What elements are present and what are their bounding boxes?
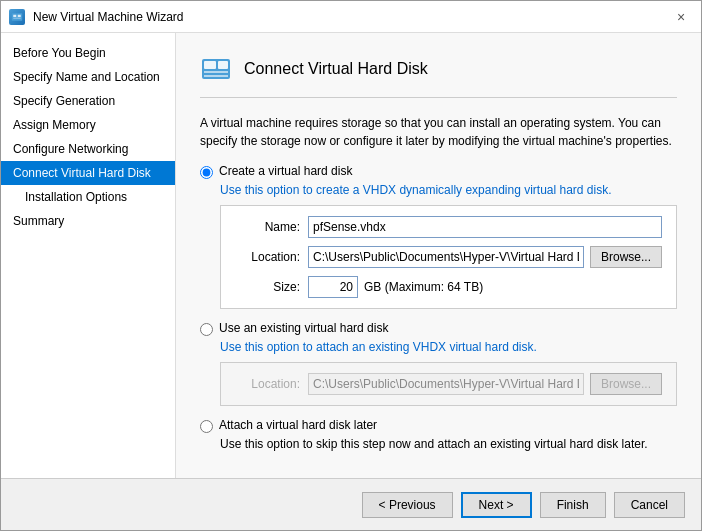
svg-rect-7 [204, 71, 228, 73]
title-bar: New Virtual Machine Wizard × [1, 1, 701, 33]
existing-browse-button: Browse... [590, 373, 662, 395]
page-title: Connect Virtual Hard Disk [244, 60, 428, 78]
existing-fields: Location: Browse... [220, 362, 677, 406]
browse-button[interactable]: Browse... [590, 246, 662, 268]
svg-rect-1 [13, 14, 16, 16]
sidebar-item-before-you-begin[interactable]: Before You Begin [1, 41, 175, 65]
name-row: Name: [235, 216, 662, 238]
create-subtext: Use this option to create a VHDX dynamic… [220, 183, 677, 197]
existing-location-label: Location: [235, 377, 300, 391]
create-label[interactable]: Create a virtual hard disk [219, 164, 352, 178]
option-later-group: Attach a virtual hard disk later Use thi… [200, 418, 677, 451]
later-subtext: Use this option to skip this step now an… [220, 437, 677, 451]
window-icon [9, 9, 25, 25]
size-row-inner: GB (Maximum: 64 TB) [308, 276, 483, 298]
svg-rect-8 [204, 75, 228, 77]
later-label[interactable]: Attach a virtual hard disk later [219, 418, 377, 432]
window: New Virtual Machine Wizard × Before You … [0, 0, 702, 531]
create-fields: Name: Location: Browse... Size: [220, 205, 677, 309]
svg-rect-2 [18, 14, 21, 16]
sidebar-item-connect-vhd[interactable]: Connect Virtual Hard Disk [1, 161, 175, 185]
sidebar-item-specify-generation[interactable]: Specify Generation [1, 89, 175, 113]
sidebar-item-assign-memory[interactable]: Assign Memory [1, 113, 175, 137]
existing-subtext: Use this option to attach an existing VH… [220, 340, 677, 354]
location-label: Location: [235, 250, 300, 264]
option-create-group: Create a virtual hard disk Use this opti… [200, 164, 677, 309]
cancel-button[interactable]: Cancel [614, 492, 685, 518]
option-create: Create a virtual hard disk [200, 164, 677, 179]
option-existing: Use an existing virtual hard disk [200, 321, 677, 336]
svg-rect-6 [218, 61, 228, 69]
svg-rect-5 [204, 61, 216, 69]
main-panel: Connect Virtual Hard Disk A virtual mach… [176, 33, 701, 478]
size-input[interactable] [308, 276, 358, 298]
page-header: Connect Virtual Hard Disk [200, 53, 677, 98]
size-row: Size: GB (Maximum: 64 TB) [235, 276, 662, 298]
name-input[interactable] [308, 216, 662, 238]
footer: < Previous Next > Finish Cancel [1, 478, 701, 530]
existing-location-input [308, 373, 584, 395]
location-row-inner: Browse... [308, 246, 662, 268]
next-button[interactable]: Next > [461, 492, 532, 518]
size-label: Size: [235, 280, 300, 294]
option-later: Attach a virtual hard disk later [200, 418, 677, 433]
location-row: Location: Browse... [235, 246, 662, 268]
sidebar-item-specify-name[interactable]: Specify Name and Location [1, 65, 175, 89]
existing-radio[interactable] [200, 323, 213, 336]
later-radio[interactable] [200, 420, 213, 433]
finish-button[interactable]: Finish [540, 492, 606, 518]
option-existing-group: Use an existing virtual hard disk Use th… [200, 321, 677, 406]
close-button[interactable]: × [669, 5, 693, 29]
page-icon [200, 53, 232, 85]
create-radio[interactable] [200, 166, 213, 179]
window-title: New Virtual Machine Wizard [33, 10, 669, 24]
content-area: Before You BeginSpecify Name and Locatio… [1, 33, 701, 478]
sidebar: Before You BeginSpecify Name and Locatio… [1, 33, 176, 478]
existing-location-row-inner: Browse... [308, 373, 662, 395]
sidebar-item-configure-networking[interactable]: Configure Networking [1, 137, 175, 161]
existing-location-row: Location: Browse... [235, 373, 662, 395]
existing-label[interactable]: Use an existing virtual hard disk [219, 321, 388, 335]
svg-rect-3 [13, 17, 21, 18]
previous-button[interactable]: < Previous [362, 492, 453, 518]
sidebar-item-installation-options[interactable]: Installation Options [1, 185, 175, 209]
size-unit: GB (Maximum: 64 TB) [364, 280, 483, 294]
page-description: A virtual machine requires storage so th… [200, 114, 677, 150]
location-input[interactable] [308, 246, 584, 268]
sidebar-item-summary[interactable]: Summary [1, 209, 175, 233]
name-label: Name: [235, 220, 300, 234]
